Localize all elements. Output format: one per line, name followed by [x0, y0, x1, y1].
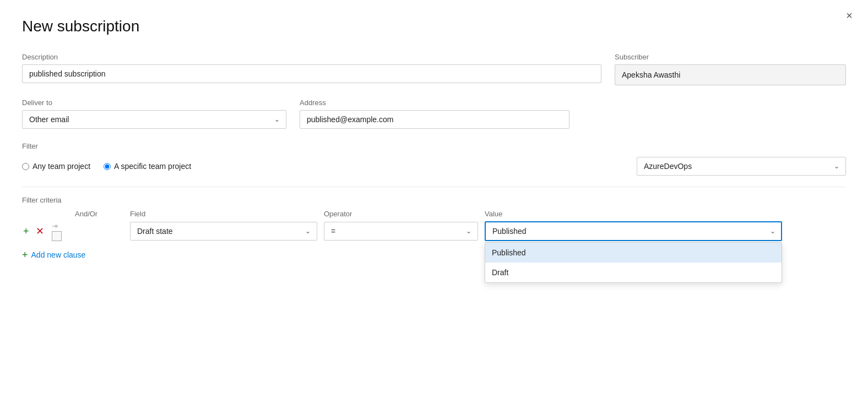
filter-criteria-section: Filter criteria And/Or Field Operator Va…	[22, 196, 846, 260]
filter-criteria-label: Filter criteria	[22, 196, 846, 204]
criteria-headers: And/Or Field Operator Value	[22, 210, 846, 218]
subscriber-field-group: Subscriber Apeksha Awasthi	[615, 53, 846, 85]
value-cell: Published Draft ⌄ Published Draft	[485, 221, 782, 241]
value-dropdown-menu: Published Draft	[485, 242, 782, 283]
criteria-row: + ✕ ⇥ Draft state ⌄	[22, 221, 846, 241]
close-button[interactable]: ×	[846, 10, 853, 21]
value-select-wrapper: Published Draft ⌄	[485, 221, 782, 241]
add-clause-label: Add new clause	[31, 250, 86, 259]
description-input[interactable]	[22, 64, 601, 83]
radio-any-team-project[interactable]: Any team project	[22, 162, 90, 171]
field-select-wrapper: Draft state ⌄	[130, 222, 317, 241]
subscriber-value: Apeksha Awasthi	[615, 64, 846, 85]
address-field-group: Address	[300, 99, 569, 129]
address-input[interactable]	[300, 110, 569, 129]
operator-select-wrapper: = != < > ⌄	[324, 222, 478, 241]
filter-section: Filter Any team project A specific team …	[22, 142, 846, 176]
filter-label: Filter	[22, 142, 846, 150]
description-field-group: Description	[22, 53, 601, 85]
operator-select-inner: = != < > ⌄	[324, 222, 478, 241]
value-select[interactable]: Published Draft	[485, 221, 782, 241]
deliver-to-select[interactable]: Other email Team members SOAP	[22, 110, 286, 129]
andor-header: And/Or	[75, 210, 130, 218]
new-subscription-dialog: × New subscription Description Subscribe…	[0, 0, 868, 393]
radio-specific-label: A specific team project	[114, 162, 191, 171]
field-select[interactable]: Draft state	[130, 222, 317, 241]
operator-header: Operator	[324, 210, 485, 218]
deliver-to-label: Deliver to	[22, 99, 286, 107]
project-select[interactable]: AzureDevOps Project B Project C	[637, 157, 846, 176]
deliver-to-select-wrapper: Other email Team members SOAP ⌄	[22, 110, 286, 129]
remove-row-button[interactable]: ✕	[35, 225, 45, 237]
filter-row: Any team project A specific team project…	[22, 157, 846, 176]
radio-any-input[interactable]	[22, 163, 29, 170]
project-select-wrapper: AzureDevOps Project B Project C ⌄	[637, 157, 846, 176]
deliver-address-row: Deliver to Other email Team members SOAP…	[22, 99, 846, 129]
indent-controls: ⇥	[52, 222, 62, 241]
address-label: Address	[300, 99, 569, 107]
description-subscriber-row: Description Subscriber Apeksha Awasthi	[22, 53, 846, 85]
description-label: Description	[22, 53, 601, 61]
deliver-to-field-group: Deliver to Other email Team members SOAP…	[22, 99, 286, 129]
dropdown-item-draft[interactable]: Draft	[485, 263, 782, 282]
add-clause-plus-icon: +	[22, 250, 28, 260]
radio-specific-input[interactable]	[104, 163, 111, 170]
radio-any-label: Any team project	[32, 162, 90, 171]
field-header: Field	[130, 210, 324, 218]
filter-divider	[22, 187, 846, 187]
indent-icon[interactable]: ⇥	[52, 222, 62, 230]
dropdown-item-published[interactable]: Published	[485, 243, 782, 263]
add-clause-button[interactable]: + Add new clause	[22, 250, 85, 260]
indent-checkbox[interactable]	[52, 231, 62, 241]
value-header: Value	[485, 210, 502, 218]
add-row-button[interactable]: +	[22, 225, 30, 237]
subscriber-label: Subscriber	[615, 53, 846, 61]
criteria-actions-cell: + ✕ ⇥	[22, 222, 75, 241]
field-select-inner: Draft state ⌄	[130, 222, 317, 241]
page-title: New subscription	[22, 18, 846, 35]
radio-specific-team-project[interactable]: A specific team project	[104, 162, 191, 171]
operator-select[interactable]: = != < >	[324, 222, 478, 241]
